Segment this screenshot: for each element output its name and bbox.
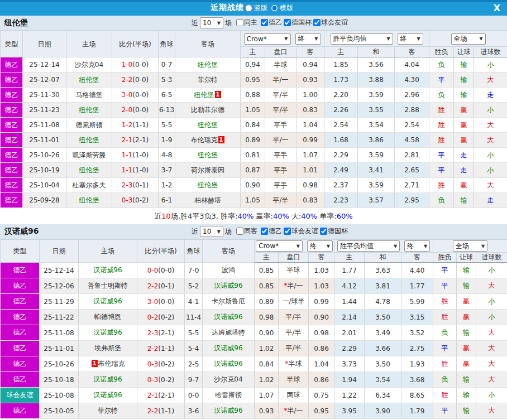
- result-wdl-cell: 平: [429, 73, 454, 88]
- away-team-cell: 纽伦堡1: [175, 88, 241, 103]
- crow-home-odds: 1.05: [241, 103, 265, 118]
- result-wdl-cell: 胜: [429, 133, 454, 148]
- date-cell: 25-11-08: [40, 325, 79, 341]
- filter-checkbox[interactable]: [284, 19, 291, 26]
- crow-away-odds: 0.95: [309, 403, 334, 419]
- close-icon[interactable]: X: [494, 4, 500, 13]
- odds-stage-value: 终: [310, 242, 317, 251]
- filter-checkbox-item[interactable]: 同客: [235, 226, 257, 236]
- avg-odds-value: 胜平负均值: [333, 34, 367, 44]
- type-cell: 德乙: [1, 403, 40, 419]
- corner-cell: 7-0: [185, 263, 203, 278]
- crow-home-odds: 0.90: [241, 178, 265, 193]
- team-name-text: 德累斯顿: [76, 121, 103, 129]
- avg-home-cell: 2.54: [324, 118, 358, 133]
- filter-checkbox[interactable]: [236, 19, 243, 26]
- date-cell: 25-12-07: [23, 73, 66, 88]
- type-cell: 德乙: [1, 278, 40, 294]
- date-cell: 25-10-19: [23, 163, 66, 178]
- avg-draw-cell: 4.78: [365, 294, 401, 310]
- avg-home-cell: 1.68: [324, 133, 358, 148]
- result-wdl-cell: 胜: [429, 103, 454, 118]
- result-group-header: 全场 ▼: [429, 31, 507, 47]
- filter-checkbox[interactable]: [236, 228, 243, 235]
- near-label: 近: [192, 227, 198, 236]
- match-row: 德乙25-11-22帕德博恩0-2(0-2)11-4汉诺威960.98平/半0.…: [1, 310, 507, 325]
- summary-part: 60%: [337, 212, 353, 220]
- date-cell: 25-10-08: [40, 388, 79, 403]
- date-cell: 25-12-14: [40, 263, 79, 278]
- avg-away-cell: 1.79: [401, 403, 433, 419]
- filter-checkbox-item[interactable]: 球会友谊: [312, 18, 348, 27]
- filter-checkbox-item[interactable]: 德乙: [260, 226, 282, 236]
- fulltime-score: 2-3: [147, 329, 159, 337]
- filter-checkbox-item[interactable]: 球会友谊: [283, 226, 318, 236]
- scope-select-value: 全场: [456, 242, 469, 251]
- away-team-cell: 纽伦堡: [175, 57, 241, 73]
- sub-col-handicap: 盘口: [265, 47, 296, 57]
- handicap-text: 平/半: [272, 196, 288, 204]
- col-home: 主场: [79, 240, 137, 263]
- bookmaker-select[interactable]: Crow* ▼: [256, 240, 303, 252]
- avg-home-cell: 2.23: [324, 193, 358, 208]
- result-goals-cell: 小: [476, 263, 507, 278]
- crow-away-odds: 0.98: [309, 325, 334, 341]
- chevron-down-icon: ▼: [481, 244, 485, 249]
- layout-radio[interactable]: [271, 4, 278, 12]
- avg-home-cell: 1.73: [324, 73, 358, 88]
- odds-stage-select[interactable]: 终 ▼: [295, 33, 321, 45]
- corner-cell: 0-7: [159, 57, 175, 73]
- layout-radio-option[interactable]: 横版: [271, 3, 293, 13]
- filter-checkbox-item[interactable]: 德国杯: [319, 226, 348, 236]
- handicap-cell: 平/半: [279, 310, 309, 325]
- corner-cell: 6-13: [159, 103, 175, 118]
- layout-radio[interactable]: [245, 4, 252, 12]
- filter-checkbox[interactable]: [261, 228, 268, 235]
- crow-away-odds: 0.94: [296, 57, 324, 73]
- filter-checkbox[interactable]: [320, 228, 327, 235]
- scope-select[interactable]: 全场 ▼: [453, 240, 487, 252]
- match-row: 德乙25-12-06普鲁士明斯特2-2(0-1)5-2汉诺威960.85*半/一…: [1, 278, 507, 294]
- games-count-select[interactable]: 10 ▼: [200, 17, 223, 28]
- result-handicap-cell: 赢: [454, 118, 474, 133]
- scope-select[interactable]: 全场 ▼: [451, 33, 486, 45]
- col-corner: 角球: [185, 240, 203, 263]
- fulltime-score: 3-0: [147, 298, 159, 306]
- result-wdl-cell: 平: [433, 403, 457, 419]
- date-cell: 25-10-26: [23, 148, 66, 163]
- filter-checkbox-item[interactable]: 同主: [235, 18, 257, 27]
- summary-part: 场,胜4平3负3, 胜率:: [171, 211, 238, 221]
- col-corner: 角球: [159, 31, 175, 57]
- col-score: 比分(半场): [137, 240, 185, 263]
- avg-odds-select[interactable]: 胜平负均值 ▼: [331, 33, 393, 45]
- avg-away-cell: 5.99: [401, 294, 433, 310]
- avg-stage-select[interactable]: 终 ▼: [398, 33, 423, 45]
- result-goals-cell: 大: [474, 118, 507, 133]
- odds-stage-select[interactable]: 终 ▼: [307, 240, 333, 252]
- filter-checkbox[interactable]: [261, 19, 268, 26]
- bookmaker-select[interactable]: Crow* ▼: [244, 33, 291, 45]
- result-goals-cell: 小: [474, 163, 507, 178]
- avg-stage-select[interactable]: 终 ▼: [404, 240, 430, 252]
- avg-odds-select[interactable]: 胜平负均值 ▼: [337, 240, 400, 252]
- scope-select-value: 全场: [454, 34, 467, 44]
- layout-radio-option[interactable]: 竖版: [245, 3, 267, 13]
- handicap-text: 平手: [274, 181, 288, 189]
- filter-checkbox[interactable]: [313, 19, 321, 26]
- filter-checkbox-item[interactable]: 德国杯: [283, 18, 312, 27]
- filter-checkbox[interactable]: [284, 228, 291, 235]
- date-cell: 25-10-04: [23, 178, 66, 193]
- date-cell: 25-11-22: [40, 310, 79, 325]
- corner-cell: 1-9: [159, 133, 175, 148]
- team-name-text: 埃弗斯堡: [94, 344, 121, 352]
- handicap-cell: 半/一: [265, 133, 296, 148]
- fulltime-score: 2-2: [147, 282, 159, 290]
- avg-home-cell: 4.12: [334, 278, 365, 294]
- crow-home-odds: 1.07: [255, 388, 279, 403]
- match-row: 德乙25-12-14汉诺威960-0(0-0)7-0波鸿0.85半球1.031.…: [1, 263, 507, 278]
- result-goals-cell: 走: [474, 193, 507, 208]
- team-name-text: 纽伦堡: [79, 136, 99, 144]
- games-count-select[interactable]: 10 ▼: [200, 226, 223, 237]
- filter-checkbox-item[interactable]: 德乙: [260, 18, 282, 27]
- handicap-text: 两球: [287, 391, 300, 399]
